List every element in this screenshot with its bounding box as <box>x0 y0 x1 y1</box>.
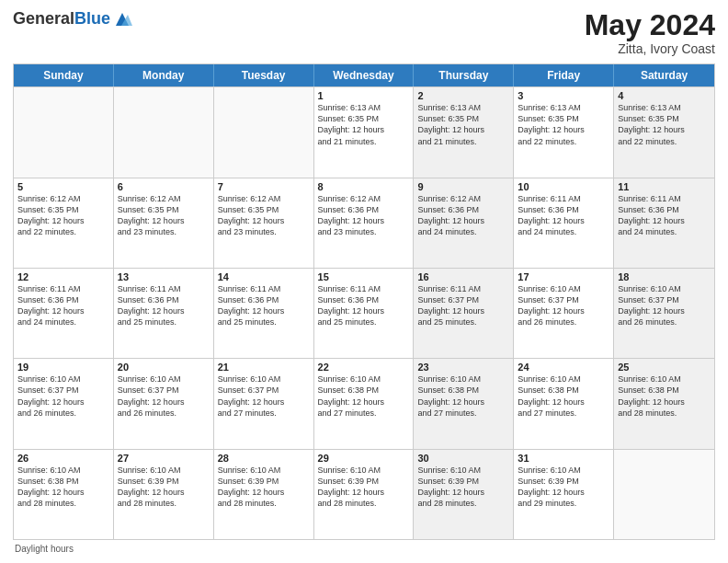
cell-info: Sunrise: 6:10 AM Sunset: 6:37 PM Dayligh… <box>118 373 210 419</box>
calendar-cell: 25Sunrise: 6:10 AM Sunset: 6:38 PM Dayli… <box>614 359 714 448</box>
day-number: 2 <box>417 90 509 101</box>
logo-blue: Blue <box>74 9 110 28</box>
calendar-cell: 15Sunrise: 6:11 AM Sunset: 6:36 PM Dayli… <box>314 269 415 358</box>
calendar-row: 26Sunrise: 6:10 AM Sunset: 6:38 PM Dayli… <box>14 449 714 539</box>
calendar-cell: 12Sunrise: 6:11 AM Sunset: 6:36 PM Dayli… <box>14 269 114 358</box>
footnote: Daylight hours <box>13 544 715 554</box>
calendar-cell: 14Sunrise: 6:11 AM Sunset: 6:36 PM Dayli… <box>214 269 314 358</box>
calendar: SundayMondayTuesdayWednesdayThursdayFrid… <box>13 63 715 540</box>
calendar-cell <box>614 450 714 539</box>
day-number: 6 <box>118 181 210 192</box>
calendar-cell: 5Sunrise: 6:12 AM Sunset: 6:35 PM Daylig… <box>14 178 114 268</box>
calendar-cell: 10Sunrise: 6:11 AM Sunset: 6:36 PM Dayli… <box>514 178 614 268</box>
calendar-cell: 31Sunrise: 6:10 AM Sunset: 6:39 PM Dayli… <box>514 450 614 539</box>
day-number: 4 <box>618 90 711 101</box>
cell-info: Sunrise: 6:11 AM Sunset: 6:36 PM Dayligh… <box>118 283 210 328</box>
logo-icon <box>112 9 132 29</box>
calendar-cell <box>14 87 114 177</box>
calendar-cell <box>114 87 214 177</box>
cell-info: Sunrise: 6:10 AM Sunset: 6:38 PM Dayligh… <box>318 373 410 419</box>
calendar-cell: 11Sunrise: 6:11 AM Sunset: 6:36 PM Dayli… <box>614 178 714 268</box>
cell-info: Sunrise: 6:11 AM Sunset: 6:36 PM Dayligh… <box>218 283 310 328</box>
cell-info: Sunrise: 6:13 AM Sunset: 6:35 PM Dayligh… <box>318 102 410 147</box>
calendar-cell: 27Sunrise: 6:10 AM Sunset: 6:39 PM Dayli… <box>114 450 214 539</box>
calendar-cell: 24Sunrise: 6:10 AM Sunset: 6:38 PM Dayli… <box>514 359 614 448</box>
calendar-cell: 30Sunrise: 6:10 AM Sunset: 6:39 PM Dayli… <box>414 450 514 539</box>
logo-text: GeneralBlue <box>13 10 110 29</box>
cell-info: Sunrise: 6:12 AM Sunset: 6:36 PM Dayligh… <box>417 193 509 238</box>
day-number: 12 <box>17 271 109 282</box>
cell-info: Sunrise: 6:10 AM Sunset: 6:37 PM Dayligh… <box>218 373 310 419</box>
calendar-cell: 7Sunrise: 6:12 AM Sunset: 6:35 PM Daylig… <box>214 178 314 268</box>
logo: GeneralBlue <box>13 9 132 29</box>
day-number: 28 <box>218 453 310 464</box>
day-number: 25 <box>618 362 711 373</box>
cell-info: Sunrise: 6:10 AM Sunset: 6:37 PM Dayligh… <box>17 373 109 419</box>
calendar-cell: 21Sunrise: 6:10 AM Sunset: 6:37 PM Dayli… <box>214 359 314 448</box>
calendar-cell: 4Sunrise: 6:13 AM Sunset: 6:35 PM Daylig… <box>614 87 714 177</box>
calendar-cell: 3Sunrise: 6:13 AM Sunset: 6:35 PM Daylig… <box>514 87 614 177</box>
day-number: 10 <box>518 181 609 192</box>
calendar-cell: 9Sunrise: 6:12 AM Sunset: 6:36 PM Daylig… <box>414 178 514 268</box>
day-number: 11 <box>618 181 711 192</box>
calendar-cell: 29Sunrise: 6:10 AM Sunset: 6:39 PM Dayli… <box>314 450 415 539</box>
cell-info: Sunrise: 6:10 AM Sunset: 6:39 PM Dayligh… <box>318 465 410 510</box>
day-number: 8 <box>318 181 410 192</box>
calendar-header-cell: Sunday <box>14 64 114 86</box>
header: GeneralBlue May 2024 Zitta, Ivory Coast <box>13 9 715 56</box>
calendar-cell: 20Sunrise: 6:10 AM Sunset: 6:37 PM Dayli… <box>114 359 214 448</box>
day-number: 18 <box>618 271 711 282</box>
cell-info: Sunrise: 6:10 AM Sunset: 6:38 PM Dayligh… <box>417 373 509 419</box>
calendar-header-cell: Friday <box>514 64 614 86</box>
cell-info: Sunrise: 6:12 AM Sunset: 6:36 PM Dayligh… <box>318 193 410 238</box>
day-number: 14 <box>218 271 310 282</box>
calendar-cell: 18Sunrise: 6:10 AM Sunset: 6:37 PM Dayli… <box>614 269 714 358</box>
cell-info: Sunrise: 6:12 AM Sunset: 6:35 PM Dayligh… <box>118 193 210 238</box>
day-number: 13 <box>118 271 210 282</box>
calendar-cell: 17Sunrise: 6:10 AM Sunset: 6:37 PM Dayli… <box>514 269 614 358</box>
calendar-header-cell: Saturday <box>614 64 714 86</box>
calendar-cell: 1Sunrise: 6:13 AM Sunset: 6:35 PM Daylig… <box>314 87 415 177</box>
calendar-header-cell: Wednesday <box>314 64 415 86</box>
calendar-cell: 16Sunrise: 6:11 AM Sunset: 6:37 PM Dayli… <box>414 269 514 358</box>
cell-info: Sunrise: 6:11 AM Sunset: 6:36 PM Dayligh… <box>318 283 410 328</box>
cell-info: Sunrise: 6:10 AM Sunset: 6:38 PM Dayligh… <box>518 373 609 419</box>
day-number: 27 <box>118 453 210 464</box>
calendar-row: 1Sunrise: 6:13 AM Sunset: 6:35 PM Daylig… <box>14 86 714 177</box>
day-number: 23 <box>417 362 509 373</box>
day-number: 15 <box>318 271 410 282</box>
day-number: 31 <box>518 453 609 464</box>
cell-info: Sunrise: 6:10 AM Sunset: 6:38 PM Dayligh… <box>618 373 711 419</box>
calendar-cell: 22Sunrise: 6:10 AM Sunset: 6:38 PM Dayli… <box>314 359 415 448</box>
title-block: May 2024 Zitta, Ivory Coast <box>585 9 715 56</box>
calendar-cell: 8Sunrise: 6:12 AM Sunset: 6:36 PM Daylig… <box>314 178 415 268</box>
calendar-header: SundayMondayTuesdayWednesdayThursdayFrid… <box>14 64 714 86</box>
cell-info: Sunrise: 6:11 AM Sunset: 6:36 PM Dayligh… <box>17 283 109 328</box>
cell-info: Sunrise: 6:11 AM Sunset: 6:36 PM Dayligh… <box>518 193 609 238</box>
calendar-row: 19Sunrise: 6:10 AM Sunset: 6:37 PM Dayli… <box>14 358 714 448</box>
cell-info: Sunrise: 6:12 AM Sunset: 6:35 PM Dayligh… <box>218 193 310 238</box>
day-number: 5 <box>17 181 109 192</box>
cell-info: Sunrise: 6:10 AM Sunset: 6:39 PM Dayligh… <box>118 465 210 510</box>
cell-info: Sunrise: 6:11 AM Sunset: 6:37 PM Dayligh… <box>417 283 509 328</box>
cell-info: Sunrise: 6:10 AM Sunset: 6:38 PM Dayligh… <box>17 465 109 510</box>
day-number: 16 <box>417 271 509 282</box>
day-number: 3 <box>518 90 609 101</box>
day-number: 9 <box>417 181 509 192</box>
calendar-row: 12Sunrise: 6:11 AM Sunset: 6:36 PM Dayli… <box>14 268 714 358</box>
cell-info: Sunrise: 6:10 AM Sunset: 6:39 PM Dayligh… <box>218 465 310 510</box>
day-number: 30 <box>417 453 509 464</box>
cell-info: Sunrise: 6:10 AM Sunset: 6:39 PM Dayligh… <box>518 465 609 510</box>
calendar-header-cell: Thursday <box>414 64 514 86</box>
cell-info: Sunrise: 6:13 AM Sunset: 6:35 PM Dayligh… <box>618 102 711 147</box>
day-number: 17 <box>518 271 609 282</box>
calendar-cell <box>214 87 314 177</box>
calendar-body: 1Sunrise: 6:13 AM Sunset: 6:35 PM Daylig… <box>14 86 714 539</box>
title-month: May 2024 <box>585 9 715 41</box>
day-number: 26 <box>17 453 109 464</box>
calendar-cell: 2Sunrise: 6:13 AM Sunset: 6:35 PM Daylig… <box>414 87 514 177</box>
calendar-row: 5Sunrise: 6:12 AM Sunset: 6:35 PM Daylig… <box>14 178 714 268</box>
cell-info: Sunrise: 6:12 AM Sunset: 6:35 PM Dayligh… <box>17 193 109 238</box>
day-number: 20 <box>118 362 210 373</box>
day-number: 22 <box>318 362 410 373</box>
